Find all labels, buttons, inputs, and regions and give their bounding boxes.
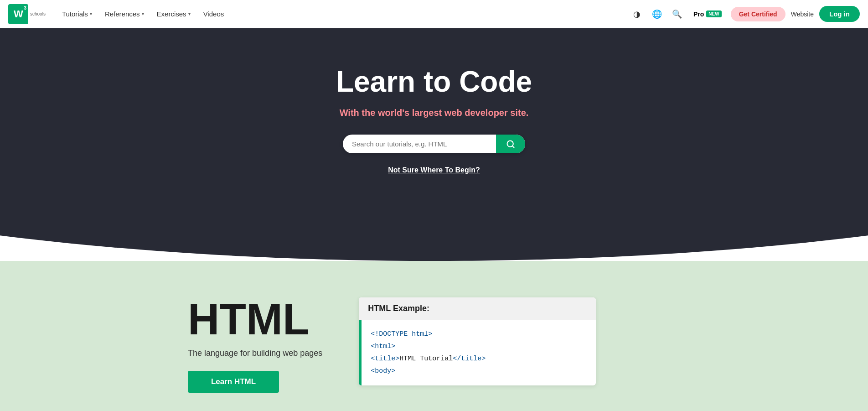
logo-w: W: [14, 8, 23, 20]
login-button[interactable]: Log in: [819, 6, 860, 22]
theme-icon: ◑: [633, 9, 641, 19]
exercises-chevron-icon: ▾: [188, 11, 191, 16]
tutorials-chevron-icon: ▾: [90, 11, 92, 16]
nav-right: ◑ 🌐 🔍 Pro NEW Get Certified Website Log …: [630, 6, 860, 22]
search-icon: 🔍: [672, 9, 682, 19]
globe-icon: 🌐: [652, 9, 662, 19]
new-badge: NEW: [706, 10, 721, 17]
search-submit-button[interactable]: [496, 135, 525, 153]
code-line-1: <!DOCTYPE html>: [371, 328, 587, 340]
code-example-box: HTML Example: <!DOCTYPE html> <html> <ti…: [359, 297, 596, 385]
search-button[interactable]: 🔍: [670, 7, 684, 21]
logo-box: W 3: [8, 4, 28, 24]
navbar: W 3 schools Tutorials ▾ References ▾ Exe…: [0, 0, 868, 28]
tutorials-menu[interactable]: Tutorials ▾: [57, 6, 98, 21]
green-section: HTML The language for building web pages…: [0, 261, 868, 411]
html-section: HTML The language for building web pages…: [160, 297, 322, 393]
theme-toggle-button[interactable]: ◑: [630, 7, 644, 21]
references-menu[interactable]: References ▾: [99, 6, 150, 21]
videos-link[interactable]: Videos: [198, 6, 230, 21]
logo-sub: schools: [30, 12, 46, 16]
search-bar: [343, 135, 525, 153]
search-submit-icon: [506, 140, 515, 149]
code-line-4: <body>: [371, 365, 587, 377]
code-example-header: HTML Example:: [359, 297, 596, 320]
hero-section: Learn to Code With the world's largest w…: [0, 28, 868, 261]
code-line-2: <html>: [371, 340, 587, 353]
references-chevron-icon: ▾: [142, 11, 144, 16]
language-button[interactable]: 🌐: [650, 7, 664, 21]
pro-badge[interactable]: Pro NEW: [690, 9, 725, 20]
not-sure-link[interactable]: Not Sure Where To Begin?: [388, 166, 480, 174]
learn-html-button[interactable]: Learn HTML: [188, 371, 279, 393]
code-content: <!DOCTYPE html> <html> <title>HTML Tutor…: [362, 320, 596, 385]
svg-line-1: [512, 146, 514, 147]
logo[interactable]: W 3 schools: [8, 4, 46, 24]
code-example-body: <!DOCTYPE html> <html> <title>HTML Tutor…: [359, 320, 596, 385]
html-section-title: HTML: [188, 297, 310, 341]
html-description: The language for building web pages: [188, 349, 322, 358]
get-certified-button[interactable]: Get Certified: [731, 7, 785, 21]
search-input[interactable]: [343, 135, 496, 153]
exercises-menu[interactable]: Exercises ▾: [151, 6, 196, 21]
content-area: HTML The language for building web pages…: [160, 288, 708, 393]
logo-three: 3: [24, 5, 26, 10]
hero-title: Learn to Code: [336, 65, 532, 99]
website-link[interactable]: Website: [791, 10, 814, 18]
code-line-3: <title>HTML Tutorial</title>: [371, 353, 587, 365]
pro-label: Pro: [693, 10, 704, 18]
hero-subtitle: With the world's largest web developer s…: [340, 108, 529, 118]
nav-links: Tutorials ▾ References ▾ Exercises ▾ Vid…: [57, 6, 630, 21]
